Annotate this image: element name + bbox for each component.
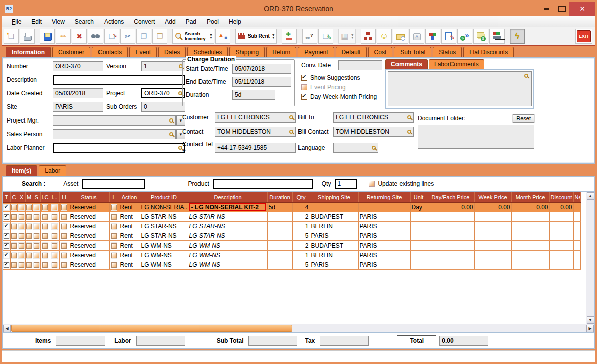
row-checkbox-x[interactable] [19, 243, 24, 249]
row-checkbox-ic[interactable] [42, 253, 48, 258]
menu-item-edit[interactable]: Edit [26, 17, 47, 26]
row-checkbox-idot[interactable] [52, 205, 57, 210]
version-field[interactable]: 1 [141, 61, 185, 71]
day-each-price-cell[interactable] [427, 260, 474, 269]
row-checkbox-ic[interactable] [42, 214, 48, 220]
project-mgr-search-icon[interactable] [169, 118, 173, 123]
grid-cell-m[interactable] [25, 212, 33, 221]
grid-cell-c[interactable] [10, 221, 18, 231]
row-checkbox-idot[interactable] [52, 262, 57, 268]
sub-rent-button[interactable]: Sub Rent▼▼ [235, 29, 277, 44]
unit-cell[interactable] [410, 231, 427, 240]
returning-site-cell[interactable]: PARIS [358, 250, 410, 260]
net-price-cell[interactable] [573, 250, 580, 260]
grid-cell-l[interactable] [109, 202, 119, 212]
row-checkbox-m[interactable] [26, 205, 32, 210]
qty-cell[interactable]: 1 [292, 221, 310, 231]
row-checkbox-idot[interactable] [52, 253, 57, 258]
menu-item-pool[interactable]: Pool [202, 17, 224, 26]
shapes-3d-button[interactable] [215, 29, 230, 44]
menu-item-search[interactable]: Search [70, 17, 99, 26]
shipping-site-cell[interactable]: PARIS [310, 231, 358, 240]
grid-cell-ic[interactable] [40, 202, 50, 212]
lightning-button[interactable] [510, 29, 525, 44]
grid-cell-ii[interactable] [59, 250, 69, 260]
week-price-cell[interactable] [474, 212, 511, 221]
folder-clock-button[interactable] [393, 29, 408, 44]
column-header-action[interactable]: Action [119, 192, 140, 202]
row-checkbox-s[interactable] [34, 243, 39, 249]
exit-button[interactable]: EXIT [575, 29, 592, 44]
week-price-cell[interactable] [474, 231, 511, 240]
grid-cell-idot[interactable] [50, 221, 59, 231]
grid-cell-c[interactable] [10, 202, 18, 212]
end-date-field[interactable]: 05/11/2018 [232, 77, 291, 87]
shipping-site-cell[interactable]: BUDAPEST [310, 240, 358, 250]
tab-flat-discounts[interactable]: Flat Discounts [463, 47, 514, 57]
column-header-unit[interactable]: Unit [410, 192, 427, 202]
tab-status[interactable]: Status [433, 47, 462, 57]
grid-cell-ic[interactable] [40, 221, 50, 231]
grid-cell-m[interactable] [25, 260, 33, 269]
column-header-i[interactable]: I... [50, 192, 59, 202]
menu-item-pad[interactable]: Pad [181, 17, 202, 26]
start-date-field[interactable]: 05/07/2018 [232, 64, 291, 74]
smiley-button[interactable] [377, 29, 392, 44]
row-checkbox-x[interactable] [19, 262, 24, 268]
row-checkbox-l[interactable] [111, 233, 117, 239]
row-checkbox-s[interactable] [34, 262, 39, 268]
copy-button[interactable] [136, 29, 151, 44]
grid-cell-ic[interactable] [40, 231, 50, 240]
returning-site-cell[interactable] [358, 202, 410, 212]
column-header-shipping-site[interactable]: Shipping Site [310, 192, 358, 202]
grid-cell-s[interactable] [33, 231, 40, 240]
action-cell[interactable]: Rent [119, 212, 140, 221]
grid-cell-c[interactable] [10, 240, 18, 250]
qty-cell[interactable]: 5 [292, 231, 310, 240]
month-price-cell[interactable]: 0.00 [511, 202, 549, 212]
description-cell[interactable]: LG WM-NS [188, 240, 267, 250]
tab-dates[interactable]: Dates [158, 47, 186, 57]
row-checkbox-t[interactable] [4, 253, 9, 258]
discount-cell[interactable] [549, 240, 573, 250]
grid-cell-idot[interactable] [50, 240, 59, 250]
grid-cell-c[interactable] [10, 231, 18, 240]
tab-event[interactable]: Event [129, 47, 157, 57]
tab-comments[interactable]: Comments [385, 59, 428, 69]
tab-return[interactable]: Return [266, 47, 296, 57]
status-cell[interactable]: Reserved [69, 250, 109, 260]
project-search-icon[interactable] [178, 91, 182, 95]
row-checkbox-s[interactable] [34, 224, 39, 229]
qty-cell[interactable]: 2 [292, 240, 310, 250]
month-price-cell[interactable] [511, 231, 549, 240]
grid-cell-ii[interactable] [59, 202, 69, 212]
discount-cell[interactable] [549, 250, 573, 260]
row-checkbox-c[interactable] [11, 224, 17, 229]
grid-cell-x[interactable] [18, 240, 25, 250]
horizontal-scrollbar[interactable]: ◀ ▶ [3, 324, 594, 332]
menu-item-help[interactable]: Help [224, 17, 246, 26]
row-checkbox-ii[interactable] [61, 224, 67, 229]
row-checkbox-m[interactable] [26, 233, 32, 239]
month-price-cell[interactable] [511, 250, 549, 260]
table-row[interactable]: ReservedRentLG WM-NSLG WM-NS5PARISPARIS [3, 260, 580, 269]
row-checkbox-l[interactable] [111, 214, 117, 220]
bill-contact-field[interactable]: TOM HIDDLESTON [333, 127, 414, 137]
grid-cell-x[interactable] [18, 212, 25, 221]
status-cell[interactable]: Reserved [69, 212, 109, 221]
row-checkbox-c[interactable] [11, 233, 17, 239]
column-header-ne[interactable]: Ne... [573, 192, 580, 202]
month-price-cell[interactable] [511, 240, 549, 250]
row-checkbox-ic[interactable] [42, 205, 48, 210]
grid-cell-t[interactable] [3, 212, 10, 221]
column-header-month-price[interactable]: Month Price [511, 192, 549, 202]
day-week-month-pricing-checkbox[interactable] [301, 94, 307, 100]
product-id-cell[interactable]: LG WM-NS [140, 250, 188, 260]
discount-cell[interactable] [549, 212, 573, 221]
column-header-product-id[interactable]: Product ID [140, 192, 188, 202]
duration-cell[interactable]: 5d [267, 202, 292, 212]
menu-item-actions[interactable]: Actions [99, 17, 129, 26]
comments-textarea[interactable] [388, 71, 532, 106]
row-checkbox-x[interactable] [19, 233, 24, 239]
grid-cell-m[interactable] [25, 231, 33, 240]
